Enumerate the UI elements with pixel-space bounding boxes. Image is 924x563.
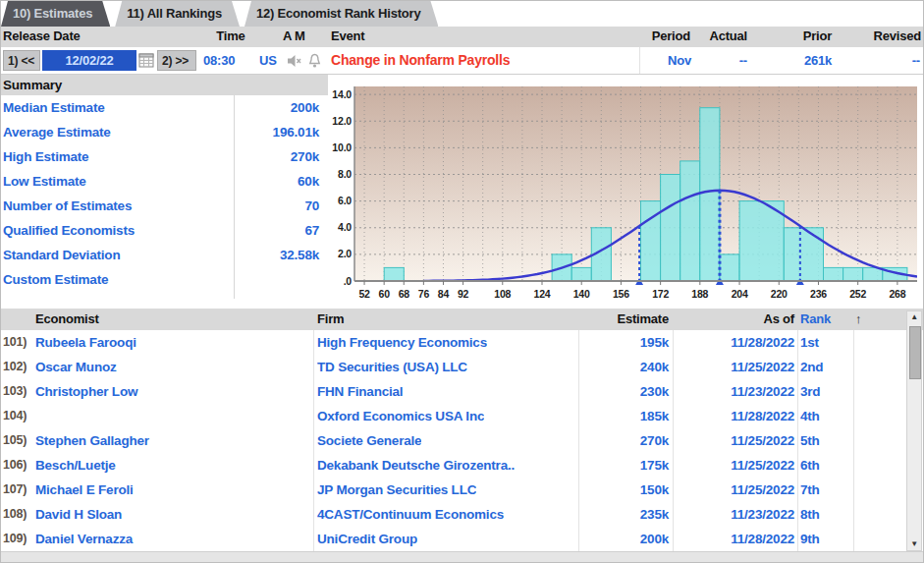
col-rank[interactable]: Rank [800, 311, 831, 326]
col-revised: Revised [856, 28, 921, 43]
next-release-button[interactable]: 2) >> [157, 50, 196, 71]
x-tick-label: 204 [732, 288, 748, 300]
histogram-bar [571, 267, 591, 281]
sort-ascending-icon[interactable]: ↑ [855, 311, 861, 326]
histogram-bar [661, 175, 680, 282]
firm-name: UniCredit Group [317, 527, 417, 551]
firm-name: Societe Generale [317, 428, 421, 453]
summary-value: 67 [304, 218, 319, 243]
summary-title: Summary [3, 78, 62, 92]
event-row: 1) << 12/02/22 2) >> 08:30 US [1, 47, 923, 75]
table-row[interactable]: 107)Michael E FeroliJP Morgan Securities… [1, 478, 923, 502]
firm-name: FHN Financial [317, 379, 403, 404]
speaker-muted-icon[interactable] [287, 54, 302, 71]
period-value: Nov [639, 47, 691, 74]
estimates-screen: 10) Estimates11) All Rankings12) Economi… [0, 0, 924, 563]
x-tick-label: 188 [691, 288, 708, 300]
scroll-down-icon[interactable]: ▼ [907, 538, 921, 550]
estimate-value: 230k [582, 379, 669, 404]
row-number: 107) [3, 478, 33, 502]
country-code: US [259, 47, 277, 74]
estimate-value: 150k [582, 478, 669, 502]
y-tick-label: .0 [344, 275, 353, 287]
x-tick-label: 92 [458, 288, 469, 300]
histogram-bar [700, 108, 720, 281]
col-actual: Actual [696, 28, 747, 43]
col-estimate[interactable]: Estimate [582, 311, 669, 326]
column-divider [797, 330, 798, 551]
summary-header: Summary [1, 75, 328, 95]
scroll-up-icon[interactable]: ▲ [907, 311, 921, 323]
event-name[interactable]: Change in Nonfarm Payrolls [331, 47, 510, 74]
table-row[interactable]: 103)Christopher LowFHN Financial230k11/2… [1, 379, 923, 404]
table-scrollbar[interactable]: ▲ ▼ [906, 310, 922, 551]
y-tick-label: 6.0 [338, 195, 352, 206]
tab-11-all-rankings[interactable]: 11) All Rankings [115, 1, 240, 27]
table-row[interactable]: 102)Oscar MunozTD Securities (USA) LLC24… [1, 355, 923, 379]
summary-label: Low Estimate [3, 169, 86, 194]
summary-row: Low Estimate60k [1, 169, 328, 194]
histogram-bar [843, 267, 863, 281]
summary-value: 270k [291, 144, 319, 169]
actual-value: -- [696, 47, 747, 74]
col-asof[interactable]: As of [677, 311, 794, 326]
rank-value: 8th [800, 502, 820, 527]
row-number: 101) [3, 330, 33, 355]
row-number: 103) [3, 379, 33, 404]
estimate-value: 175k [582, 453, 669, 478]
table-row[interactable]: 109)Daniel VernazzaUniCredit Group200k11… [1, 527, 923, 551]
summary-row: Custom Estimate [1, 267, 328, 292]
col-prior: Prior [781, 28, 832, 43]
revised-value: -- [856, 47, 920, 74]
alarm-bell-icon[interactable] [307, 53, 322, 72]
summary-label: High Estimate [3, 144, 88, 169]
table-row[interactable]: 106)Besch/LuetjeDekabank Deutsche Giroze… [1, 453, 923, 478]
table-row[interactable]: 104)Oxford Economics USA Inc185k11/28/20… [1, 404, 923, 428]
x-tick-label: 84 [438, 288, 450, 300]
rank-value: 7th [800, 478, 820, 502]
calendar-icon[interactable] [138, 52, 155, 69]
col-alert-monitor: A M [283, 28, 305, 43]
plot-background [354, 86, 917, 281]
asof-date: 11/28/2022 [677, 330, 794, 355]
prev-release-button[interactable]: 1) << [3, 50, 40, 71]
table-row[interactable]: 105)Stephen GallagherSociete Generale270… [1, 428, 923, 453]
rank-value: 1st [800, 330, 819, 355]
x-tick-label: 268 [889, 288, 905, 300]
summary-label: Standard Deviation [3, 243, 120, 267]
release-date-input[interactable]: 12/02/22 [42, 50, 136, 71]
summary-value: 32.58k [280, 243, 319, 267]
column-divider [313, 330, 314, 551]
summary-row: High Estimate270k [1, 144, 328, 169]
rank-value: 4th [800, 404, 820, 428]
summary-value: 200k [291, 95, 319, 120]
asof-date: 11/23/2022 [677, 502, 794, 527]
economist-name: Stephen Gallagher [35, 428, 149, 453]
tab-10-estimates[interactable]: 10) Estimates [1, 1, 110, 27]
summary-row: Median Estimate200k [1, 95, 328, 120]
economist-table: 101)Rubeela FarooqiHigh Frequency Econom… [1, 330, 923, 551]
estimate-value: 185k [582, 404, 669, 428]
rank-value: 9th [800, 527, 820, 551]
asof-date: 11/25/2022 [677, 428, 794, 453]
histogram-bar [720, 254, 739, 281]
histogram-bar [384, 267, 404, 281]
histogram-bar [784, 228, 823, 281]
table-row[interactable]: 108)David H Sloan4CAST/Continuum Economi… [1, 502, 923, 527]
economist-name: Michael E Feroli [35, 478, 134, 502]
economist-name: Christopher Low [35, 379, 137, 404]
asof-date: 11/28/2022 [677, 527, 794, 551]
table-row[interactable]: 101)Rubeela FarooqiHigh Frequency Econom… [1, 330, 923, 355]
col-firm[interactable]: Firm [317, 311, 344, 326]
histogram-bar [739, 201, 784, 281]
x-tick-label: 76 [418, 288, 430, 300]
col-economist[interactable]: Economist [35, 311, 99, 326]
tab-12-economist-rank-history[interactable]: 12) Economist Rank History [245, 1, 438, 27]
x-tick-label: 68 [399, 288, 410, 300]
asof-date: 11/28/2022 [677, 404, 794, 428]
scrollbar-thumb[interactable] [909, 326, 921, 379]
y-tick-label: 12.0 [332, 115, 352, 127]
histogram-svg: 5260687684921081241401561721882042202362… [328, 75, 924, 309]
summary-row: Average Estimate196.01k [1, 120, 328, 144]
row-number: 108) [3, 502, 33, 527]
